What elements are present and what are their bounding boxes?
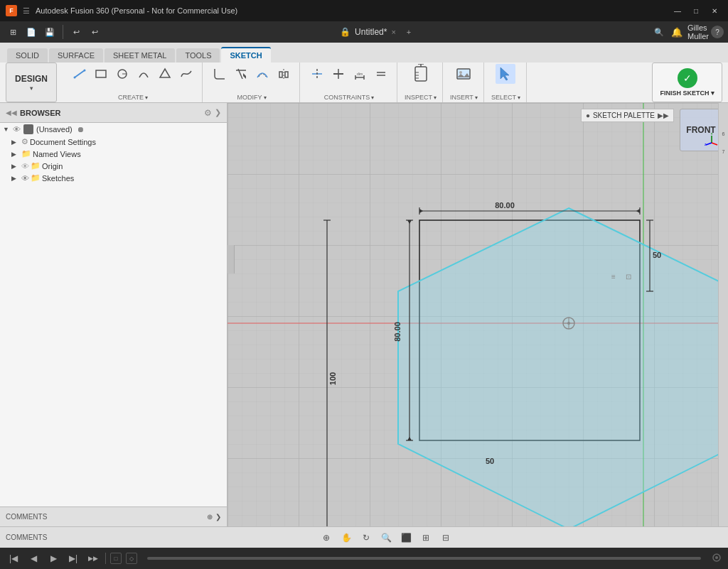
tree-item-unsaved[interactable]: ▼ 👁 (Unsaved) ⏺	[0, 123, 227, 136]
timeline-play-btn[interactable]: ▶	[46, 551, 61, 566]
circle-tool[interactable]	[112, 64, 132, 84]
eye-icon-sketches: 👁	[21, 174, 29, 183]
browser-settings-icon[interactable]: ⚙	[204, 108, 212, 118]
tab-close-icon[interactable]: ×	[391, 28, 395, 36]
tab-surface[interactable]: SURFACE	[49, 48, 103, 63]
tab-tools[interactable]: TOOLS	[176, 48, 220, 63]
tree-item-origin[interactable]: ▶ 👁 📁 Origin	[0, 160, 227, 172]
grid-snap-icon[interactable]: ⊞	[418, 530, 434, 546]
rectangle-tool[interactable]	[91, 64, 111, 84]
dimension-tool[interactable]: dim	[350, 64, 370, 84]
tree-label-origin: Origin	[42, 162, 63, 170]
tab-sheet-metal[interactable]: SHEET METAL	[105, 48, 175, 63]
left-edge-panel	[228, 245, 235, 273]
create-icons	[70, 64, 196, 84]
toolbar-grid-icon[interactable]: ⊞	[4, 23, 21, 40]
viewport-icon[interactable]: ⊟	[438, 530, 454, 546]
app-title: Autodesk Fusion 360 (Personal - Not for …	[36, 6, 237, 15]
equal-tool[interactable]	[371, 64, 391, 84]
sketch-palette-expand[interactable]: ▶▶	[658, 112, 669, 119]
nav-controls: ⊕ ✋ ↻ 🔍 ⬛ ⊞ ⊟	[50, 530, 722, 546]
mirror-tool[interactable]	[274, 64, 294, 84]
help-icon[interactable]: ?	[711, 26, 724, 38]
insert-image-tool[interactable]	[454, 64, 473, 84]
insert-dropdown[interactable]: ▾	[475, 94, 478, 101]
toolbar-save-icon[interactable]: 💾	[41, 23, 58, 40]
folder-icon-sketches: 📁	[31, 173, 41, 183]
profile-icon[interactable]: Gilles Muller	[690, 23, 707, 40]
timeline-settings-icon[interactable]	[711, 552, 722, 565]
maximize-button[interactable]: □	[688, 5, 704, 16]
tree-item-sketches[interactable]: ▶ 👁 📁 Sketches	[0, 172, 227, 184]
comments-label: COMMENTS	[6, 513, 47, 521]
eye-icon-origin: 👁	[21, 162, 29, 170]
finish-sketch-button[interactable]: ✓ FINISH SKETCH ▾	[652, 63, 722, 102]
trim-tool[interactable]	[231, 64, 251, 84]
svg-text:≡: ≡	[611, 273, 616, 281]
design-button[interactable]: DESIGN ▾	[6, 63, 57, 102]
pan-icon[interactable]: ✋	[338, 530, 354, 546]
line-tool[interactable]	[70, 64, 90, 84]
horizontal-tool[interactable]	[328, 64, 348, 84]
offset-tool[interactable]	[252, 64, 272, 84]
create-label: CREATE	[118, 94, 144, 101]
sketch-palette[interactable]: ● SKETCH PALETTE ▶▶	[581, 109, 674, 122]
tree-item-named-views[interactable]: ▶ 📁 Named Views	[0, 148, 227, 160]
measure-tool[interactable]	[411, 64, 431, 84]
timeline-end-btn[interactable]: ▶▶	[85, 551, 101, 566]
browser-header: ◀◀ BROWSER ⚙ ❯	[0, 103, 227, 123]
tab-title[interactable]: Untitled*	[355, 27, 387, 37]
polygon-tool[interactable]	[155, 64, 175, 84]
svg-point-1	[74, 77, 76, 79]
browser-bottom: COMMENTS ⊕ ❯	[0, 506, 227, 526]
timeline-start-btn[interactable]: |◀	[6, 551, 21, 566]
finish-sketch-label: FINISH SKETCH ▾	[660, 90, 714, 97]
svg-point-27	[459, 71, 462, 74]
orbit-icon[interactable]: ⊕	[318, 530, 334, 546]
new-tab-button[interactable]: +	[400, 23, 417, 40]
toolbar-undo-icon[interactable]: ↩	[68, 23, 85, 40]
view-cube[interactable]: FRONT Y X Z	[680, 109, 722, 151]
comments-expand-icon[interactable]: ❯	[215, 513, 221, 521]
timeline-track[interactable]	[147, 557, 701, 560]
tab-sketch[interactable]: SKETCH	[221, 47, 270, 63]
insert-icons	[454, 64, 473, 84]
tab-solid[interactable]: SOLID	[7, 48, 48, 63]
toolbar-sep1	[63, 25, 63, 39]
comments-add-icon[interactable]: ⊕	[207, 513, 213, 521]
ribbon-tabs: SOLID SURFACE SHEET METAL TOOLS SKETCH	[0, 43, 728, 63]
coincident-tool[interactable]	[307, 64, 327, 84]
inspect-dropdown[interactable]: ▾	[434, 94, 437, 101]
zoom-icon[interactable]: 🔍	[378, 530, 394, 546]
modify-dropdown[interactable]: ▾	[264, 94, 267, 101]
spline-tool[interactable]	[176, 64, 196, 84]
arc-tool[interactable]	[134, 64, 154, 84]
svg-text:80.00: 80.00	[393, 322, 402, 342]
tree-item-doc-settings[interactable]: ▶ ⚙ Document Settings	[0, 136, 227, 148]
timeline-next-btn[interactable]: ▶|	[65, 551, 81, 566]
constraints-dropdown[interactable]: ▾	[371, 94, 374, 101]
look-at-icon[interactable]: ↻	[358, 530, 374, 546]
tree-label-sketches: Sketches	[42, 174, 74, 183]
create-dropdown[interactable]: ▾	[145, 94, 148, 101]
fillet-tool[interactable]	[210, 64, 230, 84]
browser-expand-icon[interactable]: ❯	[215, 108, 221, 117]
toolbar-new-icon[interactable]: 📄	[23, 23, 40, 40]
svg-text:50: 50	[486, 457, 494, 465]
toolbar-redo-icon[interactable]: ↩	[86, 23, 103, 40]
svg-rect-20	[415, 67, 427, 81]
select-dropdown[interactable]: ▾	[518, 94, 520, 101]
svg-rect-3	[96, 70, 106, 77]
ribbon: SOLID SURFACE SHEET METAL TOOLS SKETCH D…	[0, 43, 728, 103]
timeline-keyframe-indicator: ◇	[126, 553, 137, 564]
select-label: SELECT	[491, 94, 516, 101]
minimize-button[interactable]: —	[670, 5, 685, 16]
timeline-prev-btn[interactable]: ◀	[26, 551, 41, 566]
canvas[interactable]: 80.00 100 80.00 50 50	[228, 103, 728, 526]
browser-collapse-icon[interactable]: ◀◀	[6, 109, 17, 116]
notifications-icon[interactable]: 🔔	[668, 23, 685, 40]
display-icon[interactable]: ⬛	[398, 530, 414, 546]
design-arrow: ▾	[30, 85, 33, 92]
close-button[interactable]: ✕	[707, 5, 722, 16]
select-tool[interactable]	[496, 64, 515, 84]
